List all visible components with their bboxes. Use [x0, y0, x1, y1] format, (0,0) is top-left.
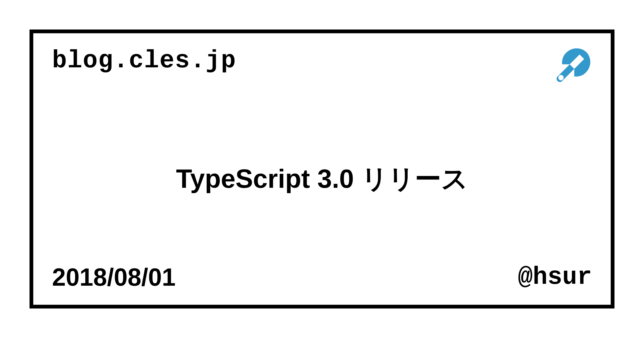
site-name: blog.cles.jp	[52, 47, 236, 75]
card-footer: 2018/08/01 @hsur	[52, 263, 592, 291]
wrench-icon	[544, 41, 597, 95]
author-handle: @hsur	[518, 263, 592, 291]
publish-date: 2018/08/01	[52, 263, 175, 291]
card-header: blog.cles.jp	[52, 47, 592, 95]
title-area: TypeScript 3.0 リリース	[52, 95, 592, 263]
article-title: TypeScript 3.0 リリース	[176, 161, 468, 197]
article-card: blog.cles.jp TypeScript 3.0 リリース 2018/08…	[30, 30, 614, 308]
